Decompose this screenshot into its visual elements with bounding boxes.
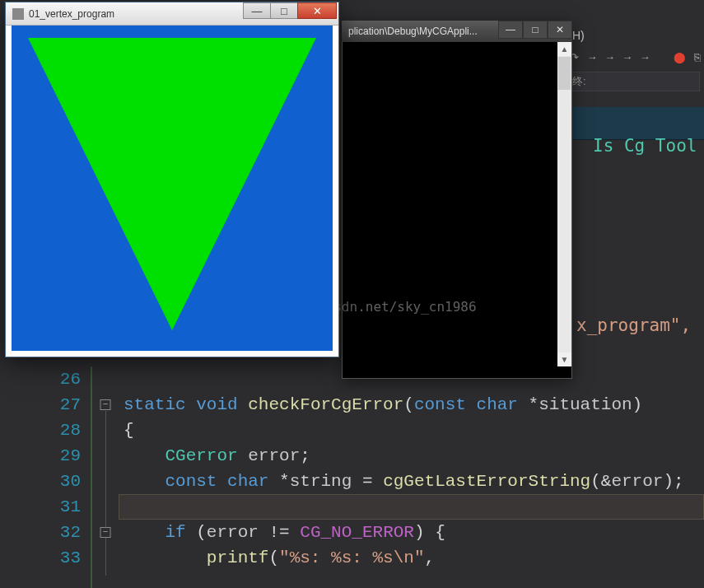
line-number: 27 [25,392,81,418]
maximize-button[interactable]: □ [270,2,298,19]
code-fragment: x_program", [576,313,691,338]
code-editor[interactable]: 26 27 28 29 30 31 32 33 − − static void … [25,366,704,588]
comment-text: Is Cg Tool [593,136,697,156]
editor-tab-bar[interactable] [568,107,704,140]
minimize-button[interactable]: — [243,2,271,19]
line-number: 29 [25,443,81,469]
step-icon[interactable]: → [639,49,651,64]
scroll-up-icon[interactable]: ▲ [557,42,571,56]
app-icon [12,8,24,20]
opengl-titlebar[interactable]: 01_vertex_program — □ ✕ [6,2,338,26]
breakpoint-icon[interactable]: ⬤ [674,49,686,64]
menu-help[interactable]: H) [572,29,585,42]
fold-toggle-icon[interactable]: − [100,527,111,538]
ide-top-bar: H) ↷ → → → → ⬤ ⎘ 终: [568,21,704,111]
ide-search-bar[interactable]: 终: [568,72,700,91]
toolbar-icon[interactable]: ⎘ [692,49,704,64]
console-window[interactable] [342,21,572,379]
line-number: 31 [25,494,81,520]
code-content[interactable]: static void checkForCgError(const char *… [124,366,704,588]
fold-toggle-icon[interactable]: − [100,399,111,410]
minimize-button[interactable]: — [498,21,523,39]
fold-margin: − − [91,366,119,588]
step-icon[interactable]: → [585,49,598,64]
line-number: 26 [25,366,81,392]
scrollbar-thumb[interactable] [558,57,571,90]
search-label: 终: [572,74,586,89]
console-titlebar[interactable]: plication\Debug\MyCGAppli... — □ ✕ [342,21,572,42]
console-title-text: plication\Debug\MyCGAppli... [348,26,478,37]
line-number: 28 [25,418,81,443]
line-number-gutter: 26 27 28 29 30 31 32 33 [25,366,91,588]
opengl-window-buttons: — □ ✕ [244,2,337,19]
console-window-buttons: — □ ✕ [498,21,572,39]
fold-line [105,411,106,576]
green-triangle [28,38,316,330]
close-button[interactable]: ✕ [548,21,572,39]
line-number: 30 [25,469,81,494]
line-number: 32 [25,520,81,545]
scroll-down-icon[interactable]: ▼ [557,352,571,366]
step-icon[interactable]: → [621,49,633,64]
ide-toolbar: ↷ → → → → ⬤ ⎘ [568,49,704,64]
opengl-canvas [12,26,333,351]
maximize-button[interactable]: □ [523,21,548,39]
line-number: 33 [25,545,81,571]
opengl-title-text: 01_vertex_program [29,8,114,20]
step-icon[interactable]: → [604,49,616,64]
console-scrollbar[interactable]: ▲ ▼ [557,42,571,366]
close-button[interactable]: ✕ [297,2,337,19]
opengl-window[interactable]: 01_vertex_program — □ ✕ [5,2,339,357]
